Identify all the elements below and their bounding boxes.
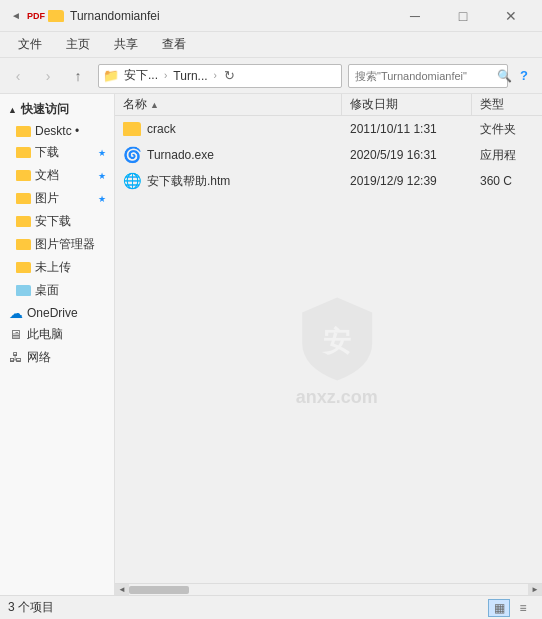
- folder-icon-desktop2: [16, 285, 31, 296]
- status-item-count: 3 个项目: [8, 599, 54, 616]
- refresh-button[interactable]: ↻: [220, 66, 240, 86]
- sidebar-label-pictures: 图片: [35, 190, 59, 207]
- sidebar-label-documents: 文档: [35, 167, 59, 184]
- file-name-2: Turnado.exe: [147, 148, 214, 162]
- sidebar-item-upload[interactable]: 未上传: [0, 256, 114, 279]
- watermark-text: anxz.com: [296, 386, 378, 407]
- file-list-header: 名称 ▲ 修改日期 类型: [115, 94, 542, 116]
- scroll-thumb-h[interactable]: [129, 586, 189, 594]
- table-row[interactable]: crack 2011/10/11 1:31 文件夹: [115, 116, 542, 142]
- sidebar-label-anzaixia: 安下载: [35, 213, 71, 230]
- file-cell-name-2: 🌀 Turnado.exe: [115, 146, 342, 164]
- file-cell-type-3: 360 C: [472, 174, 542, 188]
- sidebar-label-downloads: 下载: [35, 144, 59, 161]
- sidebar-item-network[interactable]: 🖧 网络: [0, 346, 114, 369]
- thispc-icon: 🖥: [8, 327, 23, 342]
- pin-icon-downloads: ★: [98, 148, 106, 158]
- sidebar-item-picmgr[interactable]: 图片管理器: [0, 233, 114, 256]
- horizontal-scrollbar[interactable]: ◄ ►: [115, 583, 542, 595]
- scroll-track-h[interactable]: [129, 584, 528, 595]
- up-button[interactable]: ↑: [64, 62, 92, 90]
- table-row[interactable]: 🌀 Turnado.exe 2020/5/19 16:31 应用程: [115, 142, 542, 168]
- sidebar-item-onedrive[interactable]: ☁ OneDrive: [0, 302, 114, 323]
- sidebar: ▲ 快速访问 Desktc • 下载 ★ 文档 ★ 图片 ★ 安下载: [0, 94, 115, 595]
- file-cell-name-3: 🌐 安下载帮助.htm: [115, 172, 342, 190]
- file-area: 名称 ▲ 修改日期 类型 安 anxz.com: [115, 94, 542, 595]
- col-header-type[interactable]: 类型: [472, 94, 542, 115]
- menu-home[interactable]: 主页: [56, 34, 100, 55]
- quick-access-label: 快速访问: [21, 101, 69, 118]
- search-box[interactable]: 🔍: [348, 64, 508, 88]
- file-cell-date-3: 2019/12/9 12:39: [342, 174, 472, 188]
- minimize-button[interactable]: ─: [392, 0, 438, 32]
- view-grid-button[interactable]: ▦: [488, 599, 510, 617]
- back-arrow-icon: ◄: [8, 8, 24, 24]
- folder-icon-crack: [123, 122, 141, 136]
- file-cell-type-1: 文件夹: [472, 121, 542, 138]
- folder-icon-pictures: [16, 193, 31, 204]
- col-header-name[interactable]: 名称 ▲: [115, 94, 342, 115]
- onedrive-icon: ☁: [8, 305, 23, 320]
- sidebar-item-desktop2[interactable]: 桌面: [0, 279, 114, 302]
- htm-icon: 🌐: [123, 172, 141, 190]
- sidebar-item-pictures[interactable]: 图片 ★: [0, 187, 114, 210]
- quick-access-chevron: ▲: [8, 105, 17, 115]
- svg-text:安: 安: [321, 324, 351, 356]
- folder-icon-anzaixia: [16, 216, 31, 227]
- sidebar-item-thispc[interactable]: 🖥 此电脑: [0, 323, 114, 346]
- file-cell-name-1: crack: [115, 122, 342, 136]
- addr-segment-2[interactable]: Turn...: [170, 69, 210, 83]
- col-type-label: 类型: [480, 96, 504, 113]
- folder-icon-upload: [16, 262, 31, 273]
- file-cell-type-2: 应用程: [472, 147, 542, 164]
- scroll-left-button[interactable]: ◄: [115, 584, 129, 596]
- sidebar-item-downloads[interactable]: 下载 ★: [0, 141, 114, 164]
- addr-segment-1[interactable]: 安下...: [121, 67, 161, 84]
- address-bar[interactable]: 📁 安下... › Turn... › ↻: [98, 64, 342, 88]
- addr-chevron-1: ›: [164, 70, 167, 81]
- col-date-label: 修改日期: [350, 96, 398, 113]
- window-controls: ─ □ ✕: [392, 0, 534, 32]
- close-button[interactable]: ✕: [488, 0, 534, 32]
- toolbar: ‹ › ↑ 📁 安下... › Turn... › ↻ 🔍 ?: [0, 58, 542, 94]
- title-bar: ◄ PDF Turnandomianfei ─ □ ✕: [0, 0, 542, 32]
- status-bar: 3 个项目 ▦ ≡: [0, 595, 542, 619]
- help-button[interactable]: ?: [510, 62, 538, 90]
- watermark: 安 anxz.com: [296, 292, 378, 407]
- col-header-date[interactable]: 修改日期: [342, 94, 472, 115]
- folder-icon-documents: [16, 170, 31, 181]
- sidebar-item-documents[interactable]: 文档 ★: [0, 164, 114, 187]
- quick-access-header[interactable]: ▲ 快速访问: [0, 98, 114, 121]
- sidebar-label-onedrive: OneDrive: [27, 306, 78, 320]
- sidebar-item-desktop[interactable]: Desktc •: [0, 121, 114, 141]
- sidebar-label-upload: 未上传: [35, 259, 71, 276]
- menu-file[interactable]: 文件: [8, 34, 52, 55]
- folder-icon-picmgr: [16, 239, 31, 250]
- addr-chevron-2: ›: [214, 70, 217, 81]
- sidebar-label-network: 网络: [27, 349, 51, 366]
- sort-arrow-name: ▲: [150, 100, 159, 110]
- pin-icon-pictures: ★: [98, 194, 106, 204]
- window-title: Turnandomianfei: [70, 9, 392, 23]
- file-name-1: crack: [147, 122, 176, 136]
- menu-view[interactable]: 查看: [152, 34, 196, 55]
- folder-icon-downloads: [16, 147, 31, 158]
- forward-button[interactable]: ›: [34, 62, 62, 90]
- folder-title-icon: [48, 10, 64, 22]
- file-cell-date-1: 2011/10/11 1:31: [342, 122, 472, 136]
- scroll-right-button[interactable]: ►: [528, 584, 542, 596]
- back-button[interactable]: ‹: [4, 62, 32, 90]
- view-list-button[interactable]: ≡: [512, 599, 534, 617]
- search-input[interactable]: [355, 70, 493, 82]
- folder-addr-icon: 📁: [103, 68, 119, 83]
- title-bar-icons: ◄ PDF: [8, 8, 64, 24]
- sidebar-item-anzaixia[interactable]: 安下载: [0, 210, 114, 233]
- menu-share[interactable]: 共享: [104, 34, 148, 55]
- table-row[interactable]: 🌐 安下载帮助.htm 2019/12/9 12:39 360 C: [115, 168, 542, 194]
- pdf-icon: PDF: [28, 8, 44, 24]
- maximize-button[interactable]: □: [440, 0, 486, 32]
- sidebar-label-picmgr: 图片管理器: [35, 236, 95, 253]
- col-name-label: 名称: [123, 96, 147, 113]
- network-icon: 🖧: [8, 350, 23, 365]
- folder-icon-desktop: [16, 126, 31, 137]
